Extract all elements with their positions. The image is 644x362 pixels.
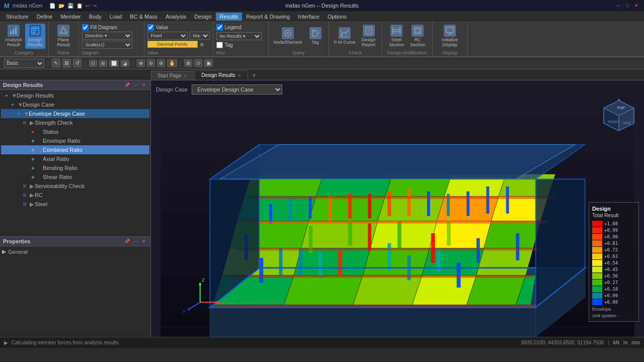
- serviceability-expander[interactable]: ▶: [30, 183, 35, 190]
- mode-select[interactable]: Basic: [4, 59, 44, 68]
- maximize-button[interactable]: □: [624, 2, 631, 9]
- tree-item-rc[interactable]: ⊞ ▶ RC: [1, 191, 149, 200]
- redo-icon[interactable]: ↪: [93, 3, 97, 9]
- node-element-btn[interactable]: Node/Element: [272, 26, 304, 46]
- titlebar-controls[interactable]: ─ □ ✕: [615, 2, 640, 9]
- steel-section-btn[interactable]: SteelSection: [386, 24, 407, 49]
- view-top[interactable]: ⊡: [89, 60, 97, 67]
- menu-structure[interactable]: Structure: [2, 13, 33, 21]
- initialize-display-btn[interactable]: InitializeDisplay: [440, 24, 460, 49]
- tree-item-status[interactable]: ● Status: [1, 127, 149, 136]
- save-as-icon[interactable]: 📋: [76, 3, 83, 9]
- status-unit3[interactable]: mm: [631, 340, 640, 345]
- design-case-selector[interactable]: Envelope Design Case: [192, 84, 282, 95]
- design-report-btn[interactable]: DesignReport: [359, 24, 379, 49]
- decimal-points-btn[interactable]: Decimal Points: [147, 41, 198, 48]
- status-unit2[interactable]: m: [623, 340, 627, 345]
- prop-minimize-btn[interactable]: ─: [133, 238, 139, 244]
- tree-item-shear-ratio[interactable]: ◈ Shear Ratio: [1, 172, 149, 182]
- steel-expander[interactable]: ▶: [30, 201, 35, 208]
- zoom-fit[interactable]: ⊛: [157, 59, 165, 67]
- tree-item-design-case[interactable]: ● ▼ Design Case: [1, 100, 149, 109]
- strength-check-expander[interactable]: ▶: [30, 120, 35, 126]
- tree-item-serviceability[interactable]: ⊞ ▶ Serviceability Check: [1, 182, 149, 191]
- status-unit1[interactable]: kN: [613, 340, 619, 345]
- scale-select[interactable]: Scale(x1): [82, 41, 132, 49]
- section-view[interactable]: ▣: [204, 59, 213, 67]
- tree-item-design-results[interactable]: ● ▼ Design Results: [1, 91, 149, 100]
- fill-diagram-checkbox[interactable]: [82, 24, 89, 31]
- open-icon[interactable]: 📂: [58, 3, 64, 9]
- toolbar-sep3: |: [132, 60, 134, 66]
- direction-select[interactable]: Direction ▾: [82, 32, 132, 40]
- tab-design-results-close[interactable]: ✕: [237, 73, 242, 78]
- rc-expander[interactable]: ▶: [30, 192, 35, 199]
- zoom-in[interactable]: ⊕: [137, 59, 145, 67]
- panel-close-btn[interactable]: ✕: [140, 82, 147, 88]
- svg-text:TOP: TOP: [617, 106, 625, 110]
- design-case-expander[interactable]: ▼: [18, 102, 23, 108]
- legend-val-12: +0.00: [604, 300, 618, 305]
- prop-pin-icon[interactable]: 📌: [123, 238, 131, 244]
- view-front[interactable]: ⊞: [99, 60, 107, 67]
- tree-item-combined-ratio[interactable]: ◈ Combined Ratio: [1, 145, 149, 154]
- tree-item-strength-check[interactable]: ⊞ ▶ Strength Check: [1, 118, 149, 127]
- display-options[interactable]: ⊠: [184, 59, 192, 67]
- select-btn[interactable]: ⊞: [62, 59, 71, 67]
- design-results-btn[interactable]: DesignResults: [25, 24, 45, 49]
- tree-item-axial-ratio[interactable]: ◈ Axial Ratio: [1, 154, 149, 163]
- viewport[interactable]: Design Case Envelope Design Case: [151, 80, 644, 337]
- rc-section-btn[interactable]: RCSection: [408, 24, 428, 49]
- menu-load[interactable]: Load: [106, 13, 126, 21]
- minimize-button[interactable]: ─: [615, 2, 622, 9]
- no-results-select[interactable]: No Results ▾: [216, 32, 262, 40]
- tag-btn[interactable]: Tag: [305, 26, 326, 46]
- menu-report[interactable]: Report & Drawing: [242, 13, 294, 21]
- tab-start-page-close[interactable]: ✕: [183, 73, 187, 78]
- close-button[interactable]: ✕: [633, 2, 640, 9]
- view-cube[interactable]: TOP FRONT SIDE: [599, 98, 639, 138]
- pm-curve-btn[interactable]: P-M Curve: [332, 26, 358, 46]
- design-results-expander[interactable]: ▼: [12, 93, 17, 99]
- menu-member[interactable]: Member: [56, 13, 85, 21]
- svg-marker-41: [353, 275, 422, 305]
- menu-interface[interactable]: Interface: [294, 13, 324, 21]
- rotate-btn[interactable]: ↺: [73, 59, 82, 67]
- menu-body[interactable]: Body: [85, 13, 106, 21]
- plane-result-icon: [57, 25, 69, 37]
- tab-design-results[interactable]: Design Results ✕: [195, 70, 248, 80]
- tree-item-envelope[interactable]: ● ▼ Envelope Design Case: [1, 109, 149, 118]
- minmax-select[interactable]: Max: [190, 32, 210, 40]
- zoom-out[interactable]: ⊖: [147, 59, 155, 67]
- panel-minimize-btn[interactable]: ─: [133, 82, 139, 88]
- render-mode[interactable]: ⊙: [194, 59, 202, 67]
- tree-item-bending-ratio[interactable]: ◈ Bending Ratio: [1, 163, 149, 172]
- new-icon[interactable]: 📄: [49, 3, 55, 9]
- menu-options[interactable]: Options: [324, 13, 351, 21]
- plane-result-btn[interactable]: PlaneResult: [53, 24, 73, 49]
- fixed-select[interactable]: Fixed: [147, 32, 188, 40]
- pan-btn[interactable]: ✋: [167, 59, 177, 67]
- save-icon[interactable]: 💾: [67, 3, 73, 9]
- prop-close-btn[interactable]: ✕: [140, 238, 147, 244]
- tree-item-envelope-ratio[interactable]: ◈ Envelope Ratio: [1, 136, 149, 145]
- value-checkbox[interactable]: [147, 24, 154, 31]
- svg-marker-97: [230, 275, 533, 278]
- tree-item-steel[interactable]: ⊞ ▶ Steel: [1, 200, 149, 209]
- analysis-result-btn[interactable]: AnalysisResult: [3, 24, 24, 49]
- tag-checkbox[interactable]: [216, 42, 223, 48]
- menu-bc-mass[interactable]: BC & Mass: [126, 13, 162, 21]
- undo-icon[interactable]: ↩: [86, 3, 90, 9]
- menu-design[interactable]: Design: [190, 13, 215, 21]
- pin-icon[interactable]: 📌: [123, 82, 131, 88]
- tab-start-page[interactable]: Start Page ✕: [151, 71, 194, 80]
- menu-define[interactable]: Define: [33, 13, 57, 21]
- menu-results[interactable]: Results: [216, 13, 243, 21]
- view-iso[interactable]: ◪: [121, 60, 129, 67]
- cursor-btn[interactable]: ↖: [52, 59, 60, 67]
- envelope-expander[interactable]: ▼: [24, 111, 29, 117]
- general-expander[interactable]: ▶: [2, 248, 6, 255]
- legend-checkbox[interactable]: [216, 24, 223, 31]
- menu-analysis[interactable]: Analysis: [162, 13, 190, 21]
- view-side[interactable]: ⬜: [109, 60, 119, 67]
